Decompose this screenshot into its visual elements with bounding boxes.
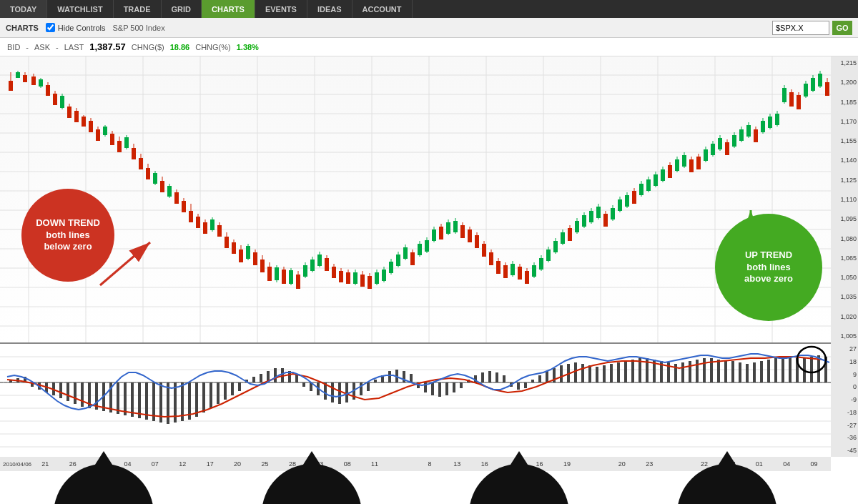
svg-rect-297 [224,382,227,400]
svg-rect-35 [31,76,36,85]
nav-watchlist[interactable]: WATCHLIST [47,0,113,18]
last-label: LAST [64,43,84,51]
ind-neg9: -9 [851,396,857,403]
ind-neg45: -45 [847,447,857,454]
ind-18: 18 [849,358,857,365]
nav-grid[interactable]: GRID [162,0,202,18]
svg-rect-328 [445,382,448,395]
nav-ideas[interactable]: IDEAS [307,0,352,18]
sub-header: CHARTS Hide Controls S&P 500 Index GO [0,18,858,38]
svg-rect-169 [511,264,515,275]
svg-rect-211 [661,169,665,181]
svg-rect-289 [167,382,169,424]
svg-rect-165 [496,261,500,274]
svg-rect-139 [403,247,408,259]
svg-rect-284 [131,382,134,417]
ind-9: 9 [853,371,857,378]
svg-rect-368 [731,361,734,382]
svg-rect-123 [346,272,350,284]
svg-rect-93 [239,249,243,262]
chng-label: CHNG($) [132,43,164,51]
svg-rect-109 [296,275,300,289]
svg-rect-179 [546,249,551,261]
up-trend-annotation: UP TRENDboth linesabove zero [715,214,822,321]
nav-events[interactable]: EVENTS [255,0,307,18]
x-label-9: 25 [251,460,278,468]
x-label-29: 09 [800,460,827,468]
ind-neg36: -36 [847,434,857,441]
symbol-input[interactable] [772,21,829,35]
go-button[interactable]: GO [832,21,852,35]
svg-rect-245 [782,88,786,102]
ask-label: ASK [34,43,50,51]
svg-rect-362 [689,361,691,382]
price-1215: 1,215 [840,59,857,66]
svg-rect-339 [524,382,527,388]
nav-account[interactable]: ACCOUNT [352,0,413,18]
down-trend-annotation: DOWN TRENDboth linesbelow zero [21,189,114,282]
x-label-7: 17 [196,460,223,468]
price-1050: 1,050 [840,274,857,281]
x-label-12: 08 [334,460,361,468]
svg-rect-304 [274,368,277,382]
x-label-16: 13 [443,460,470,468]
svg-rect-229 [725,142,729,155]
svg-rect-201 [625,195,629,207]
svg-rect-79 [189,211,193,222]
svg-rect-285 [138,382,141,418]
svg-rect-41 [53,94,57,105]
svg-rect-53 [96,129,100,141]
svg-rect-340 [531,380,534,382]
svg-rect-195 [603,214,608,227]
svg-rect-199 [618,199,622,211]
svg-rect-241 [768,117,772,128]
svg-rect-89 [225,237,229,248]
svg-rect-101 [267,267,272,281]
svg-rect-37 [39,79,43,87]
svg-rect-43 [60,96,64,108]
svg-rect-39 [46,85,50,96]
svg-rect-247 [789,92,794,107]
svg-rect-323 [410,374,413,382]
svg-rect-47 [74,111,79,122]
svg-rect-344 [560,365,563,382]
svg-rect-293 [195,382,198,417]
svg-rect-363 [696,360,699,382]
svg-rect-205 [639,184,644,195]
price-1140: 1,140 [840,157,857,164]
svg-rect-275 [66,382,69,401]
svg-rect-302 [260,374,262,382]
nav-today[interactable]: TODAY [0,0,47,18]
price-1110: 1,110 [840,196,857,203]
svg-rect-350 [603,365,606,382]
svg-rect-294 [202,382,205,412]
price-1080: 1,080 [840,235,857,242]
x-label-28: 04 [773,460,800,468]
svg-rect-333 [481,372,484,382]
svg-rect-251 [804,84,808,97]
svg-rect-87 [217,225,222,237]
svg-rect-295 [209,382,212,408]
nav-trade[interactable]: TRADE [114,0,162,18]
svg-rect-129 [368,276,372,289]
price-1005: 1,005 [840,332,857,340]
svg-rect-283 [124,382,127,415]
nav-charts[interactable]: CHARTS [202,0,255,18]
svg-rect-131 [375,272,379,284]
svg-rect-375 [781,357,784,382]
svg-rect-149 [439,227,443,239]
price-axis: 1,215 1,200 1,185 1,170 1,155 1,140 1,12… [831,56,858,342]
svg-rect-330 [460,382,463,388]
price-1185: 1,185 [840,99,857,106]
svg-rect-366 [717,360,720,382]
chng-pct-label: CHNG(%) [195,43,231,51]
svg-rect-326 [431,382,434,395]
svg-rect-183 [561,232,565,244]
svg-rect-49 [82,117,86,127]
x-label-15: 8 [416,460,443,468]
svg-rect-203 [632,191,636,204]
svg-rect-115 [317,255,322,266]
svg-rect-113 [310,260,315,271]
bid-label: BID [7,43,20,51]
hide-controls-checkbox[interactable] [46,23,55,32]
